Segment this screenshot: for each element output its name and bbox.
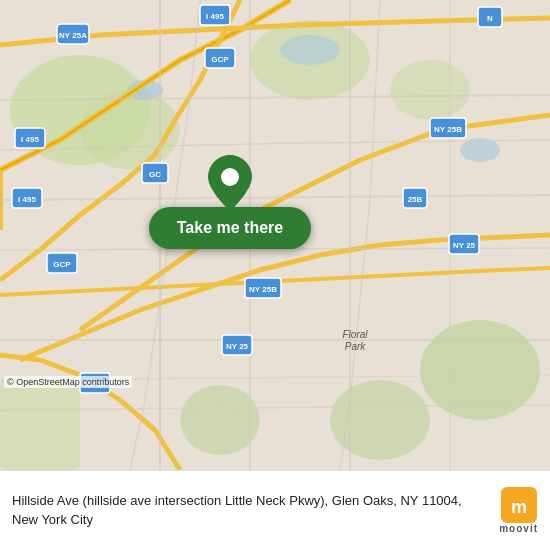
svg-text:NY 25B: NY 25B — [434, 125, 462, 134]
svg-text:GCP: GCP — [53, 260, 71, 269]
svg-text:I 495: I 495 — [21, 135, 39, 144]
svg-text:NY 25A: NY 25A — [59, 31, 87, 40]
svg-text:GCP: GCP — [211, 55, 229, 64]
button-overlay: Take me there — [130, 155, 330, 249]
map-pin-icon — [208, 155, 252, 211]
moovit-logo: m moovit — [499, 487, 538, 534]
svg-text:N: N — [487, 14, 493, 23]
svg-text:25B: 25B — [408, 195, 423, 204]
svg-text:Floral: Floral — [342, 329, 368, 340]
svg-point-8 — [180, 385, 260, 455]
address-text: Hillside Ave (hillside ave intersection … — [12, 492, 489, 528]
svg-text:I 495: I 495 — [18, 195, 36, 204]
svg-text:m: m — [511, 497, 527, 517]
svg-point-4 — [390, 60, 470, 120]
moovit-brand-text: moovit — [499, 523, 538, 534]
svg-text:I 495: I 495 — [206, 12, 224, 21]
map-container: NY 25A I 495 I 495 I 495 GCP GC GCP NY 2… — [0, 0, 550, 470]
take-me-there-button[interactable]: Take me there — [149, 207, 311, 249]
svg-point-9 — [280, 35, 340, 65]
moovit-icon: m — [501, 487, 537, 523]
address-container: Hillside Ave (hillside ave intersection … — [12, 492, 489, 528]
info-bar: Hillside Ave (hillside ave intersection … — [0, 470, 550, 550]
svg-rect-7 — [0, 380, 80, 470]
svg-point-6 — [330, 380, 430, 460]
svg-text:NY 25: NY 25 — [453, 241, 476, 250]
svg-text:NY 25B: NY 25B — [249, 285, 277, 294]
svg-text:NY 25: NY 25 — [226, 342, 249, 351]
svg-point-42 — [221, 168, 239, 186]
osm-credit: © OpenStreetMap contributors — [4, 376, 132, 388]
svg-text:Park: Park — [345, 341, 367, 352]
